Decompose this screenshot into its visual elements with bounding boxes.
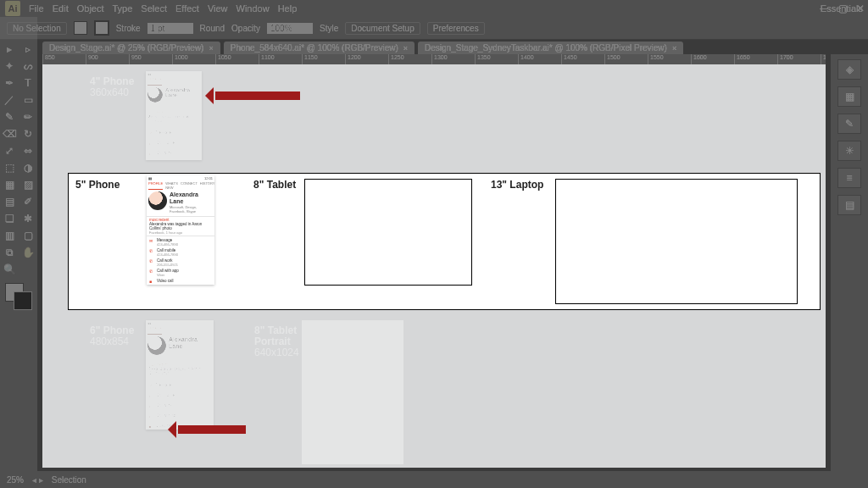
swatches-panel-icon[interactable]: ▦ [837,86,861,107]
action-row: ■Video call [147,278,214,285]
preferences-button[interactable]: Preferences [427,22,485,35]
line-tool-icon[interactable]: ／ [0,92,19,108]
document-tab[interactable]: Design_Stage_SydneyTaskbar.ai* @ 100% (R… [418,42,683,54]
phone-icon: ✆ [148,141,153,146]
pencil-tool-icon[interactable]: ✏ [19,108,37,125]
fill-swatch-icon[interactable] [74,21,87,35]
action-row: ✆Call work206-555-0921 [146,150,202,160]
stroke-color-icon[interactable] [14,291,32,310]
action-row: ✆Call mobile424-466-7890 [146,140,202,150]
shape-builder-tool-icon[interactable]: ◑ [19,159,37,176]
window-minimize-icon[interactable]: — [820,3,830,14]
options-bar: No Selection Stroke 1 pt Round Opacity 1… [0,17,868,40]
right-panel-dock: ◈ ▦ ✎ ☀ ≡ ▤ [831,54,868,471]
artboard-13inch-laptop [555,179,798,304]
mesh-tool-icon[interactable]: ▨ [19,176,37,193]
scale-tool-icon[interactable]: ⤢ [0,142,19,159]
selection-tool-icon[interactable]: ▸ [0,41,19,58]
symbol-sprayer-tool-icon[interactable]: ✱ [19,210,37,227]
free-transform-tool-icon[interactable]: ⬚ [0,159,19,176]
stroke-label: Stroke [116,24,141,33]
action-row: ✆Call with appViber [146,413,214,423]
stroke-style-label: Round [200,24,225,33]
gradient-tool-icon[interactable]: ▤ [0,193,19,210]
menu-type[interactable]: Type [113,3,133,14]
message-icon: ✉ [148,383,153,388]
artboard-label-8tablet-portrait: 8" Tablet Portrait640x1024 [254,325,299,358]
signal-icon: ▮▮ [147,72,151,76]
opacity-label: Opacity [231,24,260,33]
mockup-4inch-phone: ▮▮12:01 PROFILE WHAT'S NEW CONNECT Alexa… [146,71,202,160]
type-tool-icon[interactable]: T [19,75,37,92]
hand-tool-icon[interactable]: ✋ [19,244,37,261]
canvas-area[interactable]: 4" Phone 360x640 ▮▮12:01 PROFILE WHAT'S … [42,64,826,468]
stroke-weight-field[interactable]: 1 pt [147,23,193,34]
menu-window[interactable]: Window [236,3,270,14]
menu-effect[interactable]: Effect [175,3,199,14]
annotation-arrow [178,425,246,434]
menu-view[interactable]: View [208,3,228,14]
brushes-panel-icon[interactable]: ✎ [837,114,861,134]
eyedropper-tool-icon[interactable]: ✐ [19,193,37,210]
mockup-6inch-phone: ▮▮12:01 PROFILE WHAT'S NEW CONNECT HISTO… [146,320,214,430]
close-icon[interactable]: × [209,44,213,53]
rectangle-tool-icon[interactable]: ▭ [19,92,37,108]
highlighted-artboard-row: 5" Phone ▮▮12:01 PROFILE WHAT'S NEW CONN… [68,173,821,310]
app-logo-icon: Ai [5,1,20,16]
action-row: ✆Call work206-555-0921 [147,258,214,268]
width-tool-icon[interactable]: ⇔ [19,142,37,159]
menu-file[interactable]: File [29,3,44,14]
avatar [147,87,163,103]
perspective-tool-icon[interactable]: ▦ [0,176,19,193]
color-panel-icon[interactable]: ◈ [837,59,861,80]
tab-label: Design_Stage.ai* @ 25% (RGB/Preview) [49,43,203,53]
fill-stroke-swatches[interactable] [5,283,32,310]
action-row: ✉Message424-466-7890 [146,130,202,140]
menu-edit[interactable]: Edit [53,3,69,14]
action-row: ✆Call mobile424-466-7890 [147,247,214,258]
paintbrush-tool-icon[interactable]: ✎ [0,108,19,125]
menu-help[interactable]: Help [278,3,298,14]
window-maximize-icon[interactable]: ▢ [838,3,848,14]
rotate-tool-icon[interactable]: ↻ [19,125,37,142]
zoom-tool-icon[interactable]: 🔍 [0,261,19,278]
phone-icon: ✆ [149,258,154,263]
direct-selection-tool-icon[interactable]: ▹ [19,41,37,58]
artboard-label-4phone: 4" Phone 360x640 [90,76,134,98]
menu-bar: Ai File Edit Object Type Select Effect V… [0,0,868,17]
opacity-field[interactable]: 100% [267,23,313,34]
menu-select[interactable]: Select [141,3,167,14]
artboard-label-5phone: 5" Phone [75,179,120,191]
action-row: ✆Call work206-555-0921 [146,402,214,413]
zoom-field[interactable]: 25% [7,475,24,485]
symbols-panel-icon[interactable]: ☀ [837,141,861,161]
style-label: Style [320,24,338,33]
video-icon: ■ [149,279,154,284]
slice-tool-icon[interactable]: ⧉ [0,244,19,261]
document-tab[interactable]: Design_Stage.ai* @ 25% (RGB/Preview) × [42,42,220,54]
avatar [147,336,166,355]
pen-tool-icon[interactable]: ✒ [0,75,19,92]
phone-icon: ✆ [148,393,153,398]
menu-object[interactable]: Object [77,3,104,14]
window-close-icon[interactable]: ✕ [856,3,865,14]
action-row: ✉Message424-466-7890 [147,237,214,247]
tab-label: Phone_584x640.ai* @ 100% (RGB/Preview) [231,43,398,53]
eraser-tool-icon[interactable]: ⌫ [0,125,19,142]
stroke-panel-icon[interactable]: ≡ [837,168,861,188]
message-icon: ✉ [148,130,153,136]
close-icon[interactable]: × [403,44,408,53]
magic-wand-tool-icon[interactable]: ✦ [0,58,19,75]
column-graph-tool-icon[interactable]: ▥ [0,227,19,244]
lasso-tool-icon[interactable]: ᔕ [19,58,37,75]
artboard-tool-icon[interactable]: ▢ [19,227,37,244]
layers-panel-icon[interactable]: ▤ [837,195,861,215]
avatar [148,191,167,210]
blend-tool-icon[interactable]: ❏ [0,210,19,227]
app-frame: Ai File Edit Object Type Select Effect V… [0,0,868,488]
document-tab[interactable]: Phone_584x640.ai* @ 100% (RGB/Preview) × [224,42,415,54]
stroke-swatch-icon[interactable] [94,20,109,36]
video-icon: ■ [148,424,153,429]
close-icon[interactable]: × [672,44,676,53]
document-setup-button[interactable]: Document Setup [345,22,420,35]
